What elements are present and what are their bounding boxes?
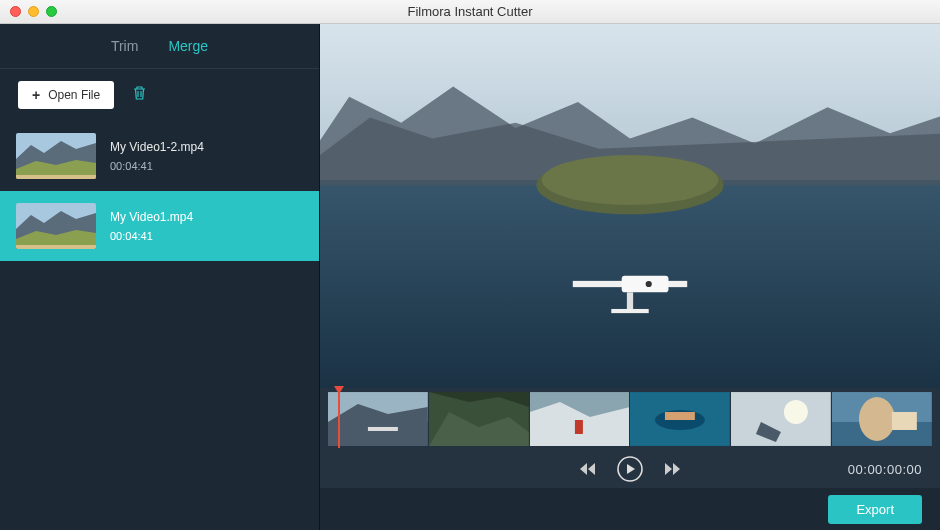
svg-rect-33: [665, 412, 695, 420]
svg-point-35: [784, 400, 808, 424]
timeline-frame: [429, 392, 529, 446]
clip-duration: 00:04:41: [110, 160, 204, 172]
video-preview[interactable]: [320, 24, 940, 388]
footer: Export: [320, 488, 940, 530]
timeline[interactable]: [320, 388, 940, 450]
svg-rect-19: [611, 309, 648, 313]
export-button[interactable]: Export: [828, 495, 922, 524]
open-file-label: Open File: [48, 88, 100, 102]
tab-merge[interactable]: Merge: [168, 38, 208, 54]
clip-thumbnail: [16, 203, 96, 249]
main-panel: 00:00:00:00 Export: [320, 24, 940, 530]
prev-frame-button[interactable]: [579, 462, 595, 476]
minimize-icon[interactable]: [28, 6, 39, 17]
svg-point-20: [646, 281, 652, 287]
playhead-icon[interactable]: [338, 390, 340, 448]
timeline-frame: [832, 392, 932, 446]
svg-rect-18: [627, 292, 633, 311]
trash-icon[interactable]: [132, 85, 147, 105]
sidebar-toolbar: + Open File: [0, 69, 319, 121]
list-item[interactable]: My Video1-2.mp4 00:04:41: [0, 121, 319, 191]
svg-rect-17: [622, 276, 669, 293]
timeline-frame: [530, 392, 630, 446]
timeline-frame: [630, 392, 730, 446]
svg-rect-9: [16, 245, 96, 249]
play-button[interactable]: [617, 456, 643, 482]
clip-thumbnail: [16, 133, 96, 179]
clip-list: My Video1-2.mp4 00:04:41 My Video1.mp4 0…: [0, 121, 319, 530]
svg-rect-24: [368, 427, 398, 431]
clip-name: My Video1-2.mp4: [110, 140, 204, 154]
clip-name: My Video1.mp4: [110, 210, 193, 224]
tab-trim[interactable]: Trim: [111, 38, 138, 54]
close-icon[interactable]: [10, 6, 21, 17]
timecode: 00:00:00:00: [848, 462, 922, 477]
maximize-icon[interactable]: [46, 6, 57, 17]
titlebar: Filmora Instant Cutter: [0, 0, 940, 24]
window-title: Filmora Instant Cutter: [0, 4, 940, 19]
mode-tabs: Trim Merge: [0, 24, 319, 69]
svg-rect-4: [16, 175, 96, 179]
next-frame-button[interactable]: [665, 462, 681, 476]
svg-rect-30: [575, 420, 583, 434]
list-item[interactable]: My Video1.mp4 00:04:41: [0, 191, 319, 261]
svg-rect-40: [892, 412, 917, 430]
timeline-strip: [328, 392, 932, 446]
svg-point-15: [542, 155, 719, 205]
playback-controls: 00:00:00:00: [320, 450, 940, 488]
timeline-frame: [731, 392, 831, 446]
svg-rect-34: [731, 392, 831, 446]
sidebar: Trim Merge + Open File My Video1-2.mp4 0…: [0, 24, 320, 530]
clip-duration: 00:04:41: [110, 230, 193, 242]
timeline-frame: [328, 392, 428, 446]
svg-point-39: [859, 397, 895, 441]
open-file-button[interactable]: + Open File: [18, 81, 114, 109]
plus-icon: +: [32, 87, 40, 103]
window-controls: [10, 6, 57, 17]
